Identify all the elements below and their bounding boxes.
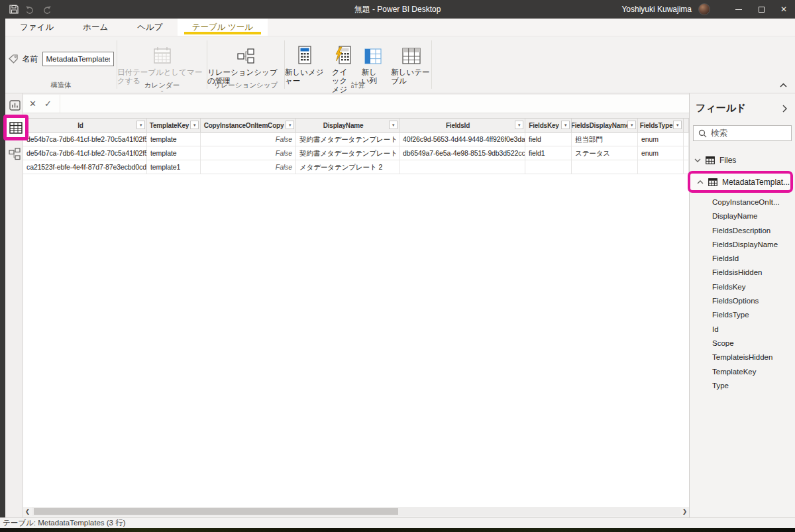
table-cell[interactable]: False xyxy=(201,160,296,174)
table-cell[interactable]: 契約書メタデータテンプレート xyxy=(296,133,399,146)
new-column-button[interactable]: 新しい列 xyxy=(362,40,385,85)
column-header[interactable]: Id▼ xyxy=(23,119,147,133)
field-item[interactable]: FieldsDescription xyxy=(690,224,795,238)
formula-commit-icon[interactable]: ✓ xyxy=(44,99,52,109)
grid-header-row: Id▼TemplateKey▼CopyInstanceOnItemCopy▼Di… xyxy=(23,118,689,133)
table-row[interactable]: ca21523f-ebfe-4e4f-87d7-87e3ecbd0cdctemp… xyxy=(23,160,689,174)
tab-file[interactable]: ファイル xyxy=(5,19,68,36)
column-header[interactable]: DisplayName▼ xyxy=(296,119,399,133)
filter-dropdown-icon[interactable]: ▼ xyxy=(515,121,523,129)
table-cell[interactable]: de54b7ca-7db6-41cf-bfe2-70c5a41f02f5 xyxy=(23,133,147,146)
table-cell[interactable] xyxy=(525,160,572,174)
table-cell[interactable]: field xyxy=(525,133,572,146)
table-cell[interactable]: template1 xyxy=(147,160,201,174)
column-header-label: FieldsId xyxy=(446,122,470,129)
field-item[interactable]: Id xyxy=(690,323,795,337)
field-item[interactable]: Scope xyxy=(690,337,795,350)
field-item[interactable]: FieldsType xyxy=(690,308,795,322)
table-cell[interactable] xyxy=(399,160,525,174)
field-item[interactable]: Type xyxy=(690,379,795,393)
filter-dropdown-icon[interactable]: ▼ xyxy=(389,121,398,129)
manage-relationships-button[interactable]: リレーションシップの管理 xyxy=(207,40,284,85)
table-cell[interactable]: ステータス xyxy=(572,146,638,160)
table-item-metadatatemplates[interactable]: MetadataTemplat... xyxy=(690,174,790,190)
field-item[interactable]: DisplayName xyxy=(690,209,795,223)
table-cell[interactable]: 40f26c9d-5653-4d44-9448-4ff926f0e3da xyxy=(399,133,525,146)
filter-dropdown-icon[interactable]: ▼ xyxy=(190,121,199,129)
table-cell[interactable]: enum xyxy=(638,146,684,160)
field-item[interactable]: FieldsOptions xyxy=(690,294,795,308)
field-item[interactable]: FieldsId xyxy=(690,252,795,266)
collapse-ribbon-icon[interactable] xyxy=(780,83,787,87)
table-cell[interactable]: de54b7ca-7db6-41cf-bfe2-70c5a41f02f5 xyxy=(23,146,147,160)
table-icon xyxy=(706,156,715,164)
field-item[interactable]: TemplateisHidden xyxy=(690,350,795,364)
new-table-icon xyxy=(402,42,421,64)
column-header[interactable]: FieldsKey▼ xyxy=(525,119,572,133)
column-header[interactable]: FieldsId▼ xyxy=(399,119,525,133)
tab-home[interactable]: ホーム xyxy=(68,19,123,36)
table-cell[interactable]: db6549a7-6e5a-4e98-8515-9db3d522cc9d xyxy=(399,146,525,160)
tab-help[interactable]: ヘルプ xyxy=(123,19,177,36)
calendar-icon xyxy=(153,42,172,64)
filter-dropdown-icon[interactable]: ▼ xyxy=(561,121,570,129)
name-label: 名前 xyxy=(23,54,38,65)
save-icon[interactable] xyxy=(9,5,19,14)
table-cell[interactable] xyxy=(572,160,638,174)
table-cell[interactable]: template xyxy=(147,146,201,160)
table-cell[interactable]: False xyxy=(201,146,296,160)
field-item[interactable]: FieldsisHidden xyxy=(690,266,795,280)
user-name[interactable]: Yoshiyuki Kuwajima xyxy=(621,5,692,14)
minimize-button[interactable] xyxy=(727,0,750,19)
table-row[interactable]: de54b7ca-7db6-41cf-bfe2-70c5a41f02f5temp… xyxy=(23,146,689,160)
new-table-button[interactable]: 新しいテーブル xyxy=(391,40,431,85)
table-cell[interactable]: メタデータテンプレート 2 xyxy=(296,160,399,174)
table-cell[interactable]: False xyxy=(201,133,296,146)
column-header-stub xyxy=(684,119,689,133)
chevron-down-icon[interactable] xyxy=(694,158,701,162)
table-cell[interactable]: 契約書メタデータテンプレート xyxy=(296,146,399,160)
column-header[interactable]: CopyInstanceOnItemCopy▼ xyxy=(201,119,296,133)
scrollbar-track[interactable] xyxy=(32,507,680,516)
field-item[interactable]: FieldsKey xyxy=(690,280,795,294)
table-cell[interactable]: 担当部門 xyxy=(572,133,638,146)
filter-dropdown-icon[interactable]: ▼ xyxy=(286,121,294,129)
table-name: Files xyxy=(719,156,736,165)
chevron-up-icon[interactable] xyxy=(697,180,704,184)
scrollbar-thumb[interactable] xyxy=(34,508,398,515)
formula-bar[interactable]: ✕ ✓ xyxy=(23,95,689,113)
undo-icon xyxy=(25,5,35,14)
report-view-icon[interactable] xyxy=(9,99,21,111)
avatar[interactable] xyxy=(698,3,710,15)
filter-dropdown-icon[interactable]: ▼ xyxy=(673,121,682,129)
field-list: CopyInstanceOnIt...DisplayNameFieldsDesc… xyxy=(690,195,795,393)
scroll-right-icon[interactable]: ❯ xyxy=(680,507,689,516)
table-cell[interactable]: enum xyxy=(638,133,684,146)
scroll-left-icon[interactable]: ❮ xyxy=(23,507,32,516)
tab-table-tools[interactable]: テーブル ツール xyxy=(178,19,268,36)
field-item[interactable]: FieldsDisplayName xyxy=(690,238,795,252)
table-item-files[interactable]: Files xyxy=(690,152,795,168)
column-header[interactable]: TemplateKey▼ xyxy=(147,119,201,133)
column-header[interactable]: FieldsType▼ xyxy=(638,119,684,133)
table-cell[interactable]: field1 xyxy=(525,146,572,160)
filter-dropdown-icon[interactable]: ▼ xyxy=(627,121,636,129)
formula-cancel-icon[interactable]: ✕ xyxy=(29,99,36,109)
model-view-icon[interactable] xyxy=(9,148,21,160)
table-cell[interactable]: template xyxy=(147,133,201,146)
collapse-panel-icon[interactable] xyxy=(782,105,787,113)
table-cell[interactable] xyxy=(638,160,684,174)
filter-dropdown-icon[interactable]: ▼ xyxy=(136,121,145,129)
field-item[interactable]: CopyInstanceOnIt... xyxy=(690,195,795,209)
maximize-button[interactable] xyxy=(750,0,772,19)
table-name-input[interactable] xyxy=(42,52,114,66)
column-header[interactable]: FieldsDisplayName▼ xyxy=(572,119,638,133)
new-measure-button[interactable]: 新しいメジャー xyxy=(285,40,325,85)
close-button[interactable]: ✕ xyxy=(772,0,795,19)
field-item[interactable]: TemplateKey xyxy=(690,365,795,379)
horizontal-scrollbar[interactable]: ❮ ❯ xyxy=(23,507,689,516)
table-cell[interactable]: ca21523f-ebfe-4e4f-87d7-87e3ecbd0cdc xyxy=(23,160,147,174)
table-row[interactable]: de54b7ca-7db6-41cf-bfe2-70c5a41f02f5temp… xyxy=(23,133,689,146)
data-view-icon[interactable] xyxy=(9,122,23,134)
field-search-box[interactable]: 検索 xyxy=(693,125,792,141)
